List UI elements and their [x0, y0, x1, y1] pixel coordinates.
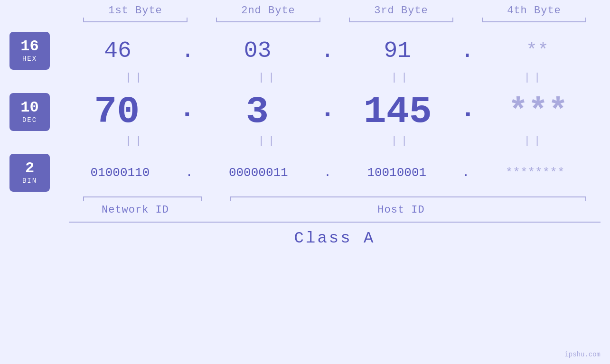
eq-1-2: ||	[202, 72, 335, 84]
eq-1-1: ||	[69, 72, 202, 84]
top-bracket-cell-4	[468, 21, 601, 22]
eq-2-1: ||	[69, 135, 202, 147]
dec-val-4: ***	[476, 93, 601, 131]
bottom-bracket-net-line	[83, 196, 202, 197]
dec-dot-2: .	[319, 94, 335, 129]
hex-val-4: **	[474, 40, 601, 62]
hex-badge-num: 16	[20, 39, 38, 54]
byte-headers-row: 1st Byte 2nd Byte 3rd Byte 4th Byte	[69, 0, 601, 17]
bottom-bracket-host-line	[230, 196, 586, 197]
hex-val-1: 46	[55, 38, 181, 64]
class-line	[69, 222, 601, 223]
bin-val-1: 01000110	[55, 166, 186, 180]
top-bracket-row	[69, 21, 601, 22]
hex-row: 16 HEX 46 . 03 . 91 . **	[9, 32, 601, 70]
dec-badge-label: DEC	[22, 116, 37, 124]
host-id-label: Host ID	[202, 204, 601, 216]
top-bracket-cell-1	[69, 21, 202, 22]
bottom-bracket-host-cell	[216, 196, 601, 197]
hex-val-3: 91	[334, 38, 460, 64]
bin-badge-label: BIN	[22, 177, 37, 185]
bin-val-4: ********	[469, 166, 601, 180]
class-label: Class A	[294, 229, 375, 247]
eq-1-3: ||	[335, 72, 468, 84]
hex-val-2: 03	[195, 38, 321, 64]
bin-dot-1: .	[186, 166, 193, 180]
dec-row: 10 DEC 70 . 3 . 145 . ***	[9, 90, 601, 133]
bin-values-row: 01000110 . 00000011 . 10010001 . *******…	[55, 166, 601, 180]
bin-dot-3: .	[462, 166, 470, 180]
hex-values-row: 46 . 03 . 91 . **	[55, 38, 601, 64]
eq-2-2: ||	[202, 135, 335, 147]
bottom-bracket-net-cell	[69, 196, 216, 197]
hex-badge: 16 HEX	[9, 32, 50, 70]
top-bracket-line-3	[349, 21, 453, 22]
dec-val-2: 3	[195, 90, 320, 133]
hex-dot-1: .	[181, 38, 195, 64]
dec-val-3: 145	[336, 90, 460, 133]
equals-row-1: || || || ||	[69, 70, 601, 85]
bin-badge: 2 BIN	[9, 154, 50, 192]
dec-val-1: 70	[55, 90, 179, 133]
main-container: 1st Byte 2nd Byte 3rd Byte 4th Byte 16 H…	[0, 0, 610, 364]
network-id-label: Network ID	[69, 204, 202, 216]
bin-row: 2 BIN 01000110 . 00000011 . 10010001 . *…	[9, 154, 601, 192]
bin-dot-2: .	[324, 166, 331, 180]
byte-header-1: 1st Byte	[69, 5, 202, 17]
dec-badge-num: 10	[20, 100, 38, 115]
bin-val-3: 10010001	[331, 166, 462, 180]
dec-dot-1: .	[179, 94, 195, 129]
hex-dot-3: .	[460, 38, 474, 64]
dec-dot-3: .	[460, 94, 476, 129]
class-row: Class A	[69, 222, 601, 247]
bottom-brackets-container	[69, 196, 601, 197]
bin-badge-num: 2	[25, 161, 34, 176]
byte-header-2: 2nd Byte	[202, 5, 335, 17]
hex-dot-2: .	[321, 38, 335, 64]
equals-row-2: || || || ||	[69, 133, 601, 149]
eq-1-4: ||	[468, 72, 601, 84]
dec-values-row: 70 . 3 . 145 . ***	[55, 90, 601, 133]
top-bracket-line-2	[216, 21, 320, 22]
top-bracket-line-1	[83, 21, 188, 22]
watermark: ipshu.com	[564, 351, 601, 358]
bin-val-2: 00000011	[193, 166, 324, 180]
byte-header-4: 4th Byte	[468, 5, 601, 17]
byte-header-3: 3rd Byte	[335, 5, 468, 17]
eq-2-4: ||	[468, 135, 601, 147]
hex-badge-label: HEX	[22, 55, 37, 63]
top-bracket-line-4	[482, 21, 586, 22]
top-bracket-cell-2	[202, 21, 335, 22]
eq-2-3: ||	[335, 135, 468, 147]
top-bracket-cell-3	[335, 21, 468, 22]
dec-badge: 10 DEC	[9, 93, 50, 131]
label-row: Network ID Host ID	[69, 204, 601, 216]
